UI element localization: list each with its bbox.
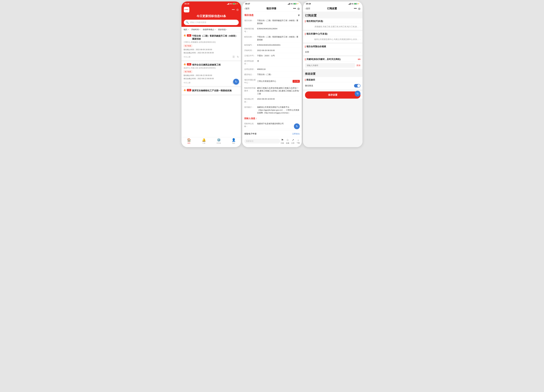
insurance-link[interactable]: 立即前往 (292, 133, 300, 135)
fab-settings[interactable]: ↻ (355, 91, 361, 97)
project-card-2[interactable]: 🔥 招标 绿洋企业北侧高边坡修复工程 龙岩中心·市政工程·合同估算价516564… (182, 61, 241, 87)
project-title-3: 新罗区生物精细化工产业园一期基础设施 (192, 89, 231, 92)
settings-content: 订阅设置 项目类别(可多选) 房屋建筑,市政工程,交通工程,水利工程,电力工程,… (303, 12, 362, 147)
settings-title-bar: 订阅设置 (303, 12, 362, 18)
logo-icon: 51中标了 (184, 7, 189, 12)
fire-icon-1: 🔥 (183, 34, 186, 37)
settings-main-title: 订阅设置 (305, 14, 361, 17)
project-card-1[interactable]: 🔥 招标 宁阳古街（二期）客家风貌提升工程（B标段）重新招标 三明中心·房屋建筑… (182, 33, 241, 61)
project-center-row[interactable]: 福州公共资源交易中心,马尾公共资源交易中心,长乐... › (303, 36, 362, 43)
target-icon-2[interactable]: ◎ (297, 7, 300, 10)
recruiter-section: 招标人信息： 招标单位名称： 福建省宁化县城市建设有限公司 ↻ (242, 116, 302, 131)
save-section: 保存设置 ↻ (303, 92, 362, 98)
toolbar-download[interactable]: ↓ 下载 (296, 138, 300, 144)
today-update: 今日更新招标信息63条 (184, 14, 239, 20)
detail-row-9: 项目所属交易中心： 三明公共资源交易中心 已订阅 (244, 77, 300, 86)
chevron-right-2: › (360, 38, 361, 40)
filter-row: 地区 ▼ 开标时间 ▼ 保函即将截止 ▼ 更多筛选 ▼ (182, 27, 241, 33)
project-meta-1: 三明中心·房屋建筑·合同估算价9600118元 (183, 41, 239, 43)
filter-bond[interactable]: 保函即将截止 ▼ (202, 27, 217, 32)
nav-profile[interactable]: 👤 我的 (226, 138, 241, 144)
nav-tools[interactable]: ⚙️ 百宝箱 (211, 138, 226, 144)
save-settings-btn[interactable]: 保存设置 (305, 92, 361, 98)
comment-input[interactable]: 我要留言 (244, 139, 280, 144)
detail-row-12: 发布媒介： 福建省公共资源交易电子公共服务平台（https://ggzyfw.f… (244, 104, 300, 116)
nav-home[interactable]: 🏠 首页 (182, 138, 196, 144)
back-btn-2[interactable]: ‹ 返回 (244, 7, 249, 10)
project-card-3[interactable]: 🔥 招标 新罗区生物精细化工产业园一期基础设施 (182, 87, 241, 96)
wechat-toggle[interactable] (354, 84, 361, 87)
screen1-home: 15:16 4G ⚡ 51中标了 (182, 1, 241, 147)
filter-more[interactable]: 更多筛选 ▼ (217, 27, 229, 32)
insurance-bar: 保险电子申请 立即前往 (242, 131, 302, 137)
card-refresh-1[interactable]: ↻ (237, 55, 239, 58)
section-bar-4 (305, 58, 305, 61)
detail-row-11: 报名截止时间： 2022-08-09 18:00:00 (244, 96, 300, 104)
badge-zhaobiao-3: 招标 (187, 89, 191, 91)
time-2: 15:17 (245, 3, 250, 5)
collapse-icon[interactable]: ∨ (298, 14, 300, 17)
back-btn-3[interactable]: ‹ 返回 (305, 7, 310, 10)
toolbar-collect[interactable]: ☆ 收藏 (286, 138, 289, 144)
project-type-row[interactable]: 房屋建筑,市政工程,交通工程,水利工程,电力工程,政... › (303, 24, 362, 30)
section-bar-5 (305, 79, 305, 81)
status-bar-2: 15:17 4G ⚡ (242, 1, 302, 6)
add-keyword-btn[interactable]: 添加 (356, 64, 361, 67)
keyword-input[interactable] (305, 63, 355, 68)
card-bookmark-1[interactable]: ☰ (232, 55, 235, 58)
toolbar-correct[interactable]: ⚑ 纠错 (281, 138, 284, 144)
home-icon: 🏠 (187, 138, 191, 142)
today-label-1: 今日上新 (183, 56, 190, 58)
project-dates-1: 报名截止时间：2022-08-09 18:00:00 保证金截止时间：2022-… (183, 48, 239, 54)
screen2-title: 项目详情 (249, 7, 293, 10)
badge-zhaobiao-1: 招标 (187, 34, 191, 37)
filter-region[interactable]: 地区 ▼ (182, 27, 190, 32)
project-dates-2: 报名截止时间：2022-08-22 08:00:00 保证金截止时间：2022-… (183, 74, 239, 80)
toggle-dot (357, 84, 360, 87)
detail-row-10: 投标资质等级要求： 建筑工程施工总承包/特级,建筑工程施工总承包/一级,建筑工程… (244, 86, 300, 97)
badge-zhaobiao-2: 招标 (187, 63, 191, 65)
detail-row-7: 合同估算价： ¥9600118 (244, 67, 300, 72)
target-icon[interactable]: ◎ (236, 8, 239, 11)
section-bar-2 (305, 33, 305, 35)
toolbar-share[interactable]: ↗ 分享 (291, 138, 295, 144)
time-1: 15:16 (184, 3, 189, 5)
section-bar-3 (305, 46, 305, 48)
push-section-bg: 推送设置 (303, 70, 362, 77)
settings-push: 推送途径 微信推送 (303, 77, 362, 89)
search-icon: 🔍 (186, 21, 189, 24)
wechat-push-row: 微信推送 (303, 82, 362, 89)
detail-row-1: 招标项目编号： E350424040100126004 (244, 26, 300, 34)
detail-row-3: 标段编号： E350424040100126004001 (244, 42, 300, 48)
more-icon-3[interactable]: ••• (354, 7, 357, 10)
section-bar-1 (305, 20, 305, 23)
fab-detail[interactable]: ↻ (294, 123, 300, 129)
search-bar[interactable]: 🔍 请输入关键词搜索 (184, 20, 239, 25)
recruiter-title: 招标人信息： (244, 117, 300, 120)
filter-open-time[interactable]: 开标时间 ▼ (190, 27, 202, 32)
chevron-right-3: › (360, 51, 361, 53)
tag-dianbao-2: 电子保函 (183, 70, 192, 73)
recruiter-name-row: 招标单位名称： 福建省宁化县城市建设有限公司 (244, 121, 300, 129)
contract-scale-row[interactable]: 全部 › (303, 49, 362, 55)
bottom-nav: 🏠 首页 🔔 订阅 ⚙️ 百宝箱 👤 我的 (182, 137, 241, 147)
more-icon-2[interactable]: ••• (293, 7, 296, 10)
more-icon[interactable]: ••• (232, 8, 235, 11)
fire-icon-3: 🔥 (183, 89, 186, 91)
project-title-1: 宁阳古街（二期）客家风貌提升工程（B标段）重新招标 (192, 34, 239, 40)
today-label-2: 今日上新 (183, 81, 190, 84)
project-title-2: 绿洋企业北侧高边坡修复工程 (192, 63, 221, 66)
detail-row-6: 是否寄送原件： 否 (244, 58, 300, 67)
project-list: 🔥 招标 宁阳古街（二期）客家风貌提升工程（B标段）重新招标 三明中心·房屋建筑… (182, 33, 241, 137)
push-section-title: 推送设置 (305, 70, 361, 76)
search-placeholder: 请输入关键词搜索 (190, 21, 206, 24)
project-info-header: 项目信息 ∨ (242, 12, 302, 18)
subscribe-icon: 🔔 (202, 138, 206, 142)
settings-project-type: 项目类别(可多选) 房屋建筑,市政工程,交通工程,水利工程,电力工程,政... … (303, 18, 362, 30)
status-bar-3: 15:18 4G ⚡ (303, 1, 362, 6)
tag-dianbao-1: 电子保函 (183, 45, 192, 47)
keyword-count: 0/5 (358, 58, 361, 60)
nav-subscribe[interactable]: 🔔 订阅 (196, 138, 211, 144)
target-icon-3[interactable]: ◎ (358, 7, 361, 10)
screen2-detail: 15:17 4G ⚡ ‹ 返回 项目详情 (242, 1, 302, 147)
